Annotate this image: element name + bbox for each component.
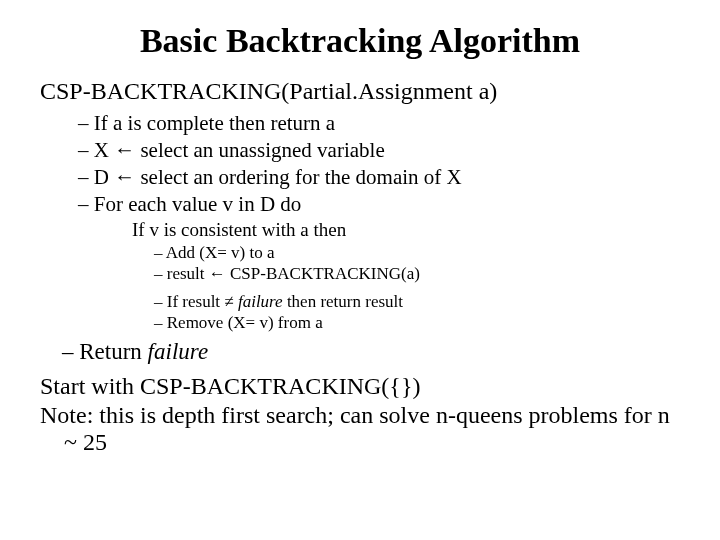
text: X [94,138,114,162]
step-complete: If a is complete then return a [40,111,680,136]
text: If result [167,292,225,311]
failure-keyword: failure [238,292,283,311]
neq-icon: ≠ [224,292,233,311]
failure-keyword: failure [148,339,208,364]
start-line: Start with CSP-BACKTRACKING({}) [40,373,680,400]
text: select an unassigned variable [135,138,385,162]
step-select-x: X ← select an unassigned variable [40,138,680,163]
left-arrow-icon: ← [114,165,135,188]
text: CSP-BACKTRACKING(a) [226,264,420,283]
slide-title: Basic Backtracking Algorithm [40,22,680,60]
step-remove: Remove (X= v) from a [40,313,680,333]
step-return-failure: Return failure [40,339,680,365]
note-line: Note: this is depth first search; can so… [40,402,680,456]
text: result [167,264,209,283]
step-add: Add (X= v) to a [40,243,680,263]
step-check-result: If result ≠ failure then return result [40,292,680,312]
spacer [40,285,680,291]
left-arrow-icon: ← [209,264,226,283]
step-for-each: For each value v in D do [40,192,680,217]
step-select-d: D ← select an ordering for the domain of… [40,165,680,190]
text: D [94,165,114,189]
algorithm-signature: CSP-BACKTRACKING(Partial.Assignment a) [40,78,680,105]
text: Return [79,339,147,364]
text: select an ordering for the domain of X [135,165,462,189]
step-recurse: result ← CSP-BACKTRACKING(a) [40,264,680,284]
text: then return result [283,292,403,311]
left-arrow-icon: ← [114,138,135,161]
slide: Basic Backtracking Algorithm CSP-BACKTRA… [0,0,720,540]
step-if-consistent: If v is consistent with a then [40,219,680,241]
